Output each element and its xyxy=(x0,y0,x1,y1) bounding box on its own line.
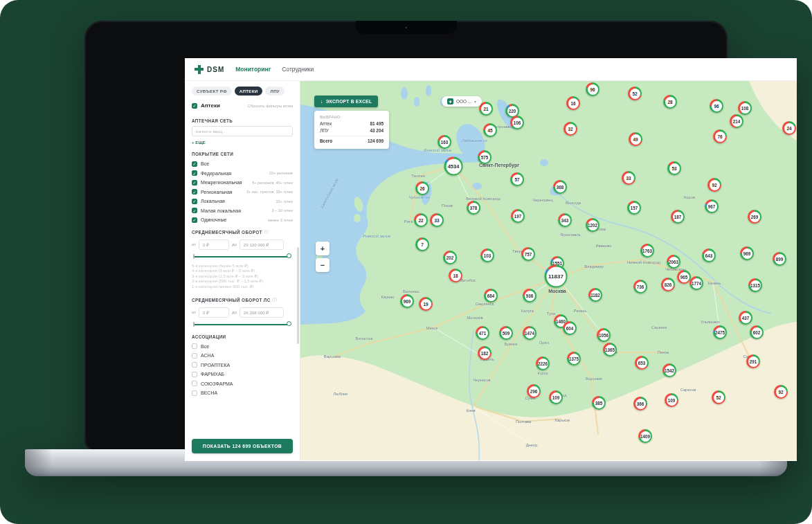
cluster-marker[interactable]: 1774 xyxy=(689,276,703,290)
cluster-marker[interactable]: 969 xyxy=(740,246,754,260)
cluster-marker[interactable]: 969 xyxy=(400,294,414,308)
cluster-marker[interactable]: 96 xyxy=(710,99,723,113)
association-item[interactable]: ФАРМХАБ xyxy=(192,370,293,379)
association-item[interactable]: Все xyxy=(192,342,293,352)
cluster-marker[interactable]: 32 xyxy=(563,122,577,136)
cluster-marker[interactable]: 291 xyxy=(746,354,760,368)
cluster-marker[interactable]: 202 xyxy=(443,251,457,264)
zoom-in-button[interactable]: + xyxy=(316,242,330,255)
cluster-marker[interactable]: 214 xyxy=(730,114,743,128)
cluster-marker[interactable]: 471 xyxy=(476,326,489,340)
cluster-marker[interactable]: 1365 xyxy=(603,343,617,356)
more-link[interactable]: + ЕЩЕ xyxy=(192,140,293,145)
cluster-marker[interactable]: 1056 xyxy=(597,328,611,342)
cluster-marker[interactable]: 52 xyxy=(628,87,642,100)
slider-handle-left[interactable] xyxy=(193,322,195,327)
checkbox-icon[interactable]: ✓ xyxy=(192,208,197,213)
slider-handle-left[interactable] xyxy=(193,254,195,259)
cluster-marker[interactable]: 53 xyxy=(667,161,681,175)
association-item[interactable]: ВЕСНА xyxy=(192,388,293,398)
zoom-out-button[interactable]: − xyxy=(316,258,330,272)
cluster-marker[interactable]: 197 xyxy=(511,209,525,223)
tab-subject-rf[interactable]: СУБЪЕКТ РФ xyxy=(192,87,232,96)
turnover-from-input[interactable] xyxy=(199,240,229,250)
cluster-marker[interactable]: 575 xyxy=(478,150,491,164)
checkbox-icon[interactable] xyxy=(192,353,197,359)
cluster-marker[interactable]: 19 xyxy=(419,297,433,311)
cluster-marker[interactable]: 2063 xyxy=(667,255,680,269)
cluster-marker[interactable]: 684 xyxy=(484,289,498,302)
coverage-item[interactable]: ✓Федеральная20+ регионов xyxy=(192,169,293,179)
cluster-marker[interactable]: 936 xyxy=(523,289,536,302)
map[interactable]: ПетрозаводскЛадожское оз.Финский заливСа… xyxy=(300,81,797,460)
checkbox-icon[interactable] xyxy=(192,362,197,368)
info-icon[interactable]: ⓘ xyxy=(264,229,269,235)
coverage-item[interactable]: ✓Межрегиональная5+ регионов, 40+ точек xyxy=(192,178,293,188)
cluster-marker[interactable]: 1315 xyxy=(748,278,762,292)
cluster-marker[interactable]: 2475 xyxy=(713,325,727,339)
cluster-marker[interactable]: 24 xyxy=(782,121,796,135)
checkbox-icon[interactable]: ✓ xyxy=(192,199,197,204)
cluster-marker[interactable]: 2226 xyxy=(536,356,550,370)
cluster-marker[interactable]: 757 xyxy=(521,247,535,261)
cluster-marker[interactable]: 366 xyxy=(633,397,647,410)
network-search-input[interactable] xyxy=(192,126,293,136)
dsm-logo[interactable]: DSM xyxy=(195,65,224,74)
turnover-ls-to-input[interactable] xyxy=(240,307,284,318)
cluster-marker[interactable]: 106 xyxy=(510,116,524,129)
checkbox-icon[interactable] xyxy=(192,390,197,396)
association-item[interactable]: АСНА xyxy=(192,351,293,361)
cluster-marker[interactable]: 26 xyxy=(415,181,429,195)
slider-handle-right[interactable] xyxy=(287,253,291,258)
reset-filters-link[interactable]: Сбросить фильтры аптек xyxy=(248,104,293,108)
nav-monitoring[interactable]: Мониторинг xyxy=(235,66,271,73)
cluster-marker[interactable]: 602 xyxy=(750,325,764,339)
tab-apteki[interactable]: АПТЕКИ xyxy=(235,87,263,96)
cluster-marker[interactable]: 33 xyxy=(430,213,444,227)
coverage-item[interactable]: ✓Локальная10+ точек xyxy=(192,197,293,206)
cluster-marker[interactable]: 965 xyxy=(677,270,691,284)
cluster-marker[interactable]: 76 xyxy=(713,129,727,143)
cluster-marker[interactable]: 22 xyxy=(414,213,428,227)
cluster-marker[interactable]: 92 xyxy=(774,385,788,399)
cluster-marker[interactable]: 1375 xyxy=(567,352,581,365)
cluster-marker[interactable]: 187 xyxy=(671,210,685,224)
cluster-marker[interactable]: 296 xyxy=(527,384,541,398)
export-excel-button[interactable]: ↓ ЭКСПОРТ В EXCEL xyxy=(314,96,378,107)
cluster-marker[interactable]: 653 xyxy=(635,356,649,370)
cluster-marker[interactable]: 899 xyxy=(773,252,786,266)
turnover-to-input[interactable] xyxy=(240,240,284,250)
turnover-ls-from-input[interactable] xyxy=(199,307,229,318)
cluster-marker[interactable]: 509 xyxy=(499,326,513,340)
company-selector[interactable]: ✚ ООО ... ▾ xyxy=(442,96,482,107)
checkbox-icon[interactable]: ✓ xyxy=(192,217,197,223)
cluster-marker[interactable]: 28 xyxy=(663,95,677,109)
coverage-item[interactable]: ✓Одиночныеменее 3 точек xyxy=(192,215,293,225)
cluster-marker[interactable]: 1474 xyxy=(523,326,536,340)
cluster-marker[interactable]: 1763 xyxy=(640,244,654,258)
cluster-marker[interactable]: 57 xyxy=(510,172,524,186)
cluster-marker[interactable]: 1542 xyxy=(662,363,676,377)
cluster-marker[interactable]: 604 xyxy=(563,321,577,335)
cluster-marker[interactable]: 378 xyxy=(467,201,480,215)
association-item[interactable]: СОЮЗФАРМА xyxy=(192,379,293,389)
cluster-marker[interactable]: 52 xyxy=(712,390,725,404)
cluster-marker[interactable]: 1182 xyxy=(588,288,602,302)
cluster-marker[interactable]: 269 xyxy=(748,210,761,224)
coverage-item[interactable]: ✓Региональная3+ нас. пунктов, 15+ точек xyxy=(192,188,293,197)
tab-lpu[interactable]: ЛПУ xyxy=(265,87,285,96)
cluster-marker[interactable]: 643 xyxy=(702,249,716,262)
slider-handle-right[interactable] xyxy=(287,321,291,326)
cluster-marker[interactable]: 182 xyxy=(478,346,491,360)
cluster-marker[interactable]: 33 xyxy=(622,171,635,185)
turnover-ls-slider[interactable] xyxy=(193,321,291,327)
cluster-marker[interactable]: 4534 xyxy=(444,157,463,176)
cluster-marker[interactable]: 157 xyxy=(627,201,641,215)
cluster-marker[interactable]: 1202 xyxy=(586,218,599,232)
checkbox-icon[interactable]: ✓ xyxy=(192,170,197,176)
turnover-slider[interactable] xyxy=(193,253,291,260)
cluster-marker[interactable]: 7 xyxy=(415,237,429,251)
cluster-marker[interactable]: 45 xyxy=(483,123,497,137)
cluster-marker[interactable]: 736 xyxy=(633,280,647,293)
cluster-marker[interactable]: 967 xyxy=(705,199,719,213)
